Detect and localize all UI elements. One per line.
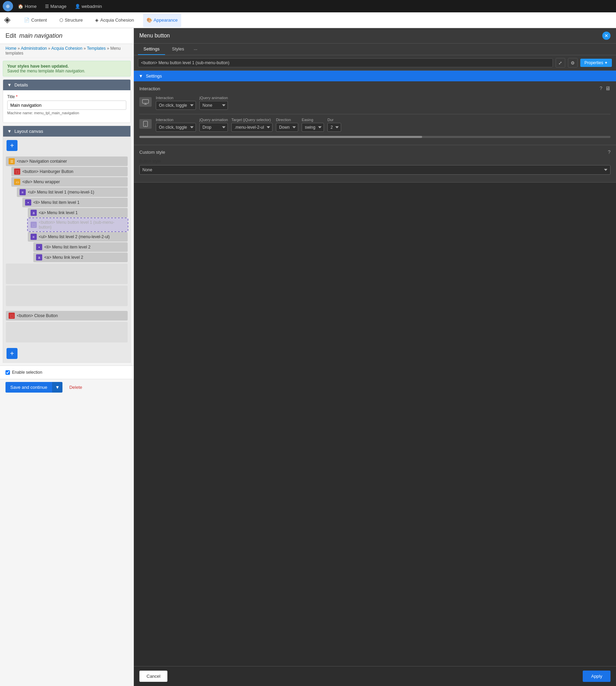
breadcrumb-admin[interactable]: Administration <box>21 46 47 51</box>
details-section: ▼ Details Title * Machine name: menu_tpl… <box>3 79 131 123</box>
div-icon: ▭ <box>14 179 20 185</box>
content-icon: 📄 <box>24 18 30 23</box>
content-nav-item[interactable]: 📄 Content <box>21 13 50 27</box>
details-section-body: Title * Machine name: menu_tpl_main_navi… <box>3 90 130 123</box>
scrollbar-track[interactable] <box>139 136 611 138</box>
layout-canvas-header[interactable]: ▼ Layout canvas <box>3 126 130 137</box>
add-element-bottom-button[interactable]: + <box>7 348 18 359</box>
properties-button[interactable]: Properties ✦ <box>580 59 612 67</box>
details-collapse-icon: ▼ <box>7 82 12 88</box>
apply-button[interactable]: Apply <box>583 671 611 682</box>
tree-item-ul-level1[interactable]: ≡ <ul> Menu list level 1 (menu-level-1) <box>17 187 128 197</box>
tree-item-nav[interactable]: ☰ <nav> Navigation container <box>6 156 128 166</box>
tree-item-div-wrapper[interactable]: ▭ <div> Menu wrapper <box>11 177 128 187</box>
appearance-label: Appearance <box>154 18 178 23</box>
tree-item-hamburger[interactable]: ⬚ <button> Hamburger Button <box>11 167 128 176</box>
tab-settings[interactable]: Settings <box>138 44 165 55</box>
user-icon: 👤 <box>75 4 80 9</box>
appearance-nav-item[interactable]: 🎨 Appearance <box>143 13 181 27</box>
tree-item-ul-level2[interactable]: ≡ <ul> Menu list level 2 (menu-level-2-u… <box>28 232 128 242</box>
tree-item-li-level1[interactable]: • <li> Menu list item level 1 <box>22 198 128 207</box>
tree-item-close-btn[interactable]: ⬚ <button> Close Button <box>6 311 128 321</box>
custom-style-block: Custom style ? Button style None <box>134 145 616 183</box>
nav-icon: ☰ <box>9 158 15 164</box>
page-title: Edit main navigation <box>5 32 128 39</box>
direction-select[interactable]: Down <box>276 123 298 132</box>
tree-item-ul1-label: <ul> Menu list level 1 (menu-level-1) <box>28 190 94 195</box>
element-selector-bar: ⤢ ⚙ Properties ✦ <box>134 55 616 71</box>
acquia-cohesion-nav-item[interactable]: ◈ Acquia Cohesion <box>92 13 137 27</box>
delete-link[interactable]: Delete <box>69 385 82 390</box>
tree-item-ul2-label: <ul> Menu list level 2 (menu-level-2-ul) <box>39 234 110 239</box>
tablet-icon <box>139 119 152 129</box>
help-icon-1[interactable]: ? <box>600 85 602 92</box>
tab-more[interactable]: ··· <box>191 44 200 55</box>
home-label: Home <box>25 4 37 9</box>
enable-selection-label: Enable selection <box>5 370 42 375</box>
title-input[interactable] <box>7 101 126 110</box>
element-selector-input[interactable] <box>138 58 553 67</box>
interaction-row-1: Interaction On click, toggle jQuery anim… <box>139 96 611 110</box>
interaction-field-group-2: Interaction On click, toggle <box>156 118 196 132</box>
add-element-button[interactable]: + <box>7 140 18 151</box>
easing-field-group: Easing swing <box>302 118 324 132</box>
duration-input[interactable] <box>327 123 341 132</box>
breadcrumb-acquia[interactable]: Acquia Cohesion <box>51 46 82 51</box>
breadcrumb-templates[interactable]: Templates <box>87 46 106 51</box>
details-section-header[interactable]: ▼ Details <box>3 80 130 90</box>
success-message: Your styles have been updated. Saved the… <box>3 61 131 77</box>
webadmin-nav-item[interactable]: 👤 webadmin <box>71 0 105 12</box>
close-btn-area: ⬚ <button> Close Button <box>3 309 130 347</box>
edit-title-bar: Edit main navigation <box>0 28 133 44</box>
easing-select[interactable]: swing <box>302 123 324 132</box>
tree-item-a-level1[interactable]: a <a> Menu link level 1 <box>28 208 128 218</box>
settings-section-header[interactable]: ▼ Settings <box>134 71 616 81</box>
structure-nav-item[interactable]: ⬡ Structure <box>56 13 86 27</box>
interaction-select-1[interactable]: On click, toggle <box>156 101 196 110</box>
breadcrumb: Home » Administration » Acquia Cohesion … <box>0 44 133 58</box>
tree-item-li1-label: <li> Menu list item level 1 <box>33 200 80 205</box>
empty-area-3 <box>6 322 128 342</box>
save-continue-button[interactable]: Save and continue <box>5 382 52 393</box>
element-settings-button[interactable]: ⚙ <box>568 58 578 68</box>
button-style-select[interactable]: None <box>139 165 611 175</box>
monitor-icon-1[interactable]: 🖥 <box>605 85 611 92</box>
modal-close-button[interactable]: ✕ <box>602 32 611 40</box>
breadcrumb-home[interactable]: Home <box>5 46 16 51</box>
structure-icon: ⬡ <box>59 18 63 23</box>
title-field: Title * Machine name: menu_tpl_main_navi… <box>7 94 126 115</box>
interaction-select-2[interactable]: On click, toggle <box>156 123 196 132</box>
tree-item-btn-sub[interactable]: ⬚ <button> Menu button level 1 (sub-menu… <box>28 218 128 231</box>
acquia-label: Acquia Cohesion <box>100 18 134 23</box>
direction-field-group: Direction Down <box>276 118 298 132</box>
settings-arrow-icon: ▼ <box>139 73 143 79</box>
manage-label: Manage <box>50 4 67 9</box>
element-expand-button[interactable]: ⤢ <box>556 58 565 68</box>
settings-section-label: Settings <box>146 73 162 79</box>
enable-selection-checkbox[interactable] <box>5 370 10 375</box>
structure-label: Structure <box>65 18 83 23</box>
svg-point-4 <box>145 126 146 126</box>
layout-canvas-section: ▼ Layout canvas + ☰ <nav> Navigation con… <box>3 126 131 363</box>
tree-item-li-level2[interactable]: • <li> Menu list item level 2 <box>33 242 128 252</box>
interaction-block-1: Interaction ? 🖥 Interaction On <box>134 81 616 145</box>
save-btn-group: Save and continue ▼ <box>5 382 62 393</box>
manage-nav-item[interactable]: ☰ Manage <box>42 0 70 12</box>
target-input[interactable] <box>231 123 272 132</box>
tree-container: ☰ <nav> Navigation container ⬚ <button> … <box>3 154 130 309</box>
save-dropdown-button[interactable]: ▼ <box>52 382 62 393</box>
home-nav-item[interactable]: 🏠 Home <box>14 0 40 12</box>
modal-bottom-actions: Cancel Apply <box>134 666 616 686</box>
tree-item-a-level2[interactable]: a <a> Menu link level 2 <box>33 253 128 262</box>
cancel-button[interactable]: Cancel <box>139 671 167 682</box>
jquery-select-1[interactable]: None <box>199 101 228 110</box>
desktop-icon-1 <box>139 97 152 107</box>
appearance-icon: 🎨 <box>147 18 152 23</box>
help-icon-custom[interactable]: ? <box>608 149 611 155</box>
tab-styles[interactable]: Styles <box>166 44 189 55</box>
tree-item-close-label: <button> Close Button <box>17 313 58 318</box>
bottom-actions: Enable selection <box>0 365 133 379</box>
modal-tabs: Settings Styles ··· <box>134 44 616 55</box>
saved-template-link[interactable]: Main navigation. <box>55 69 85 73</box>
jquery-select-2[interactable]: Drop <box>199 123 228 132</box>
